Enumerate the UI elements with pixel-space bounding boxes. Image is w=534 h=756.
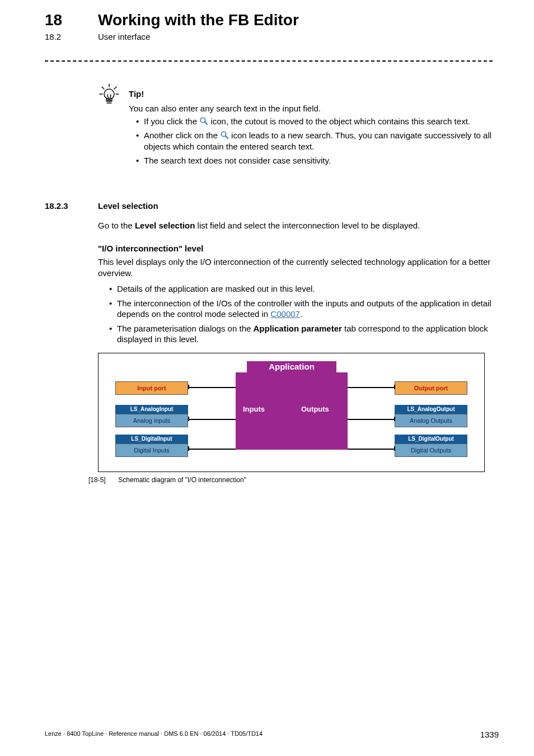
io-level-heading: "I/O interconnection" level bbox=[98, 244, 203, 253]
tip-list: If you click the icon, the cutout is mov… bbox=[136, 116, 500, 169]
footer-page-number: 1339 bbox=[480, 730, 499, 739]
io-level-para: This level displays only the I/O interco… bbox=[98, 256, 500, 278]
diagram-application-header: Application bbox=[247, 361, 336, 372]
header-rule bbox=[45, 60, 493, 62]
io-item-3a: The parameterisation dialogs on the bbox=[117, 324, 253, 333]
intro-a: Go to the bbox=[98, 221, 135, 230]
wire bbox=[348, 419, 395, 420]
tip-item-2: Another click on the icon leads to a new… bbox=[136, 130, 500, 152]
io-item-1: Details of the application are masked ou… bbox=[109, 283, 500, 295]
section-title: User interface bbox=[98, 32, 150, 41]
wire-tick bbox=[188, 417, 189, 421]
diagram-ls-digitalinput-label: Digital Inputs bbox=[115, 444, 188, 457]
diagram-ls-digitaloutput: LS_DigitalOutput Digital Outputs bbox=[395, 435, 467, 457]
lightbulb-icon bbox=[98, 83, 120, 105]
diagram-ls-digitalinput-hdr: LS_DigitalInput bbox=[115, 435, 188, 444]
tip-item-2-text-a: Another click on the bbox=[144, 130, 220, 140]
chapter-number: 18 bbox=[45, 11, 62, 29]
diagram-ls-analogoutput-label: Analog Outputs bbox=[395, 414, 467, 427]
diagram-outputs-label: Outputs bbox=[301, 405, 329, 413]
intro-c: list field and select the interconnectio… bbox=[195, 221, 420, 230]
svg-line-9 bbox=[205, 122, 207, 124]
diagram-ls-digitaloutput-hdr: LS_DigitalOutput bbox=[395, 435, 467, 444]
diagram-input-port-label: Input port bbox=[115, 381, 188, 395]
tip-item-1-text-a: If you click the bbox=[144, 116, 199, 126]
tip-intro: You can also enter any search text in th… bbox=[129, 104, 321, 113]
diagram-ls-digitalinput: LS_DigitalInput Digital Inputs bbox=[115, 435, 188, 457]
wire-tick bbox=[394, 417, 395, 421]
chapter-title: Working with the FB Editor bbox=[98, 11, 299, 29]
caption-text: Schematic diagram of "I/O interconnectio… bbox=[118, 476, 246, 484]
wire-tick bbox=[188, 446, 189, 451]
magnifier-icon bbox=[199, 116, 208, 125]
wire bbox=[348, 387, 395, 388]
diagram-ls-analoginput-label: Analog inputs bbox=[115, 414, 188, 427]
subsection-number: 18.2.3 bbox=[45, 201, 68, 211]
svg-point-5 bbox=[104, 89, 114, 99]
io-level-list: Details of the application are masked ou… bbox=[109, 283, 500, 348]
magnifier-icon bbox=[220, 130, 229, 139]
diagram-output-port: Output port bbox=[395, 381, 467, 395]
io-item-3-bold: Application parameter bbox=[253, 324, 341, 333]
svg-line-1 bbox=[102, 87, 104, 89]
tip-item-1: If you click the icon, the cutout is mov… bbox=[136, 116, 500, 127]
io-diagram: Application Inputs Outputs Input port Ou… bbox=[98, 353, 485, 472]
wire-tick bbox=[394, 446, 395, 451]
diagram-ls-analoginput-hdr: LS_AnalogInput bbox=[115, 405, 188, 414]
svg-line-2 bbox=[114, 87, 116, 89]
wire bbox=[188, 387, 236, 388]
subsection-intro: Go to the Level selection list field and… bbox=[98, 221, 500, 230]
footer-left: Lenze · 8400 TopLine · Reference manual … bbox=[45, 730, 263, 737]
wire bbox=[348, 449, 395, 450]
subsection-title: Level selection bbox=[98, 201, 158, 211]
io-item-2b: . bbox=[300, 309, 302, 319]
section-number: 18.2 bbox=[45, 32, 61, 41]
diagram-ls-analoginput: LS_AnalogInput Analog inputs bbox=[115, 405, 188, 427]
caption-index: [18-5] bbox=[88, 476, 116, 484]
link-c00007[interactable]: C00007 bbox=[270, 309, 300, 319]
tip-item-3: The search text does not consider case s… bbox=[136, 155, 500, 166]
io-item-3: The parameterisation dialogs on the Appl… bbox=[109, 323, 500, 345]
wire-tick bbox=[394, 385, 395, 389]
diagram-ls-digitaloutput-label: Digital Outputs bbox=[395, 444, 467, 457]
tip-item-1-text-b: icon, the cutout is moved to the object … bbox=[208, 116, 470, 126]
tip-label: Tip! bbox=[129, 89, 144, 99]
svg-line-11 bbox=[226, 136, 228, 138]
wire-tick bbox=[188, 385, 189, 389]
diagram-input-port: Input port bbox=[115, 381, 188, 395]
diagram-inputs-label: Inputs bbox=[243, 405, 265, 413]
wire bbox=[188, 449, 236, 450]
io-item-2: The interconnection of the I/Os of the c… bbox=[109, 298, 500, 320]
diagram-ls-analogoutput-hdr: LS_AnalogOutput bbox=[395, 405, 467, 414]
io-item-2a: The interconnection of the I/Os of the c… bbox=[117, 298, 491, 319]
diagram-output-port-label: Output port bbox=[395, 381, 467, 395]
diagram-caption: [18-5] Schematic diagram of "I/O interco… bbox=[88, 476, 246, 484]
diagram-ls-analogoutput: LS_AnalogOutput Analog Outputs bbox=[395, 405, 467, 427]
intro-b: Level selection bbox=[135, 221, 195, 230]
wire bbox=[188, 419, 236, 420]
